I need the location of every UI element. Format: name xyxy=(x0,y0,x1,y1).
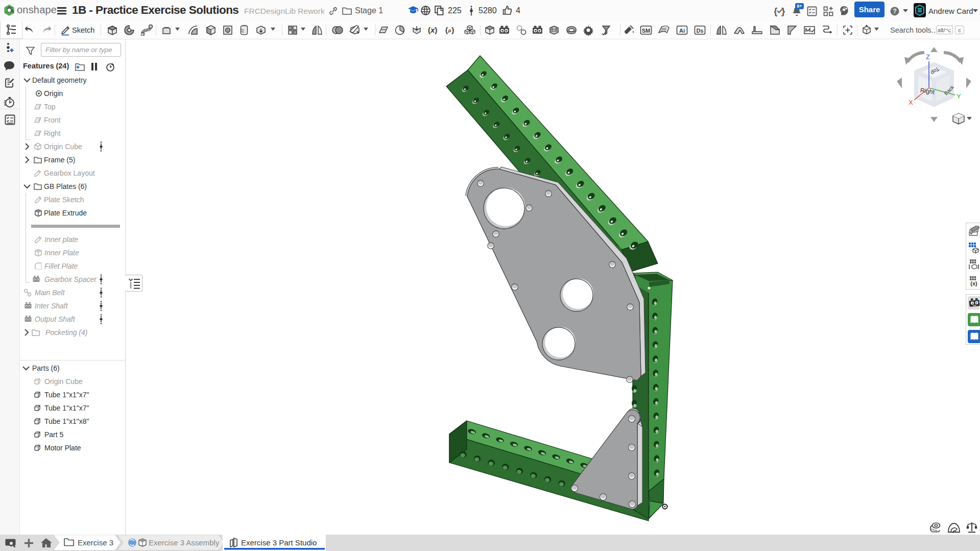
svg-text:Exercise 3: Exercise 3 xyxy=(78,538,113,547)
svg-text:}: } xyxy=(781,6,785,16)
svg-text:Z: Z xyxy=(926,53,930,61)
svg-text:Ds: Ds xyxy=(696,28,703,34)
svg-text:(x): (x) xyxy=(970,280,977,286)
svg-text:SM: SM xyxy=(642,28,651,34)
svg-text:{: { xyxy=(774,6,777,16)
svg-text:Ai: Ai xyxy=(679,28,685,34)
svg-text:Exercise 3 Part Studio: Exercise 3 Part Studio xyxy=(241,538,317,547)
svg-text:X: X xyxy=(909,99,913,106)
svg-text:?: ? xyxy=(893,8,897,15)
svg-text:Exercise 3 Assembly: Exercise 3 Assembly xyxy=(149,538,220,547)
svg-text:Y: Y xyxy=(957,92,961,100)
